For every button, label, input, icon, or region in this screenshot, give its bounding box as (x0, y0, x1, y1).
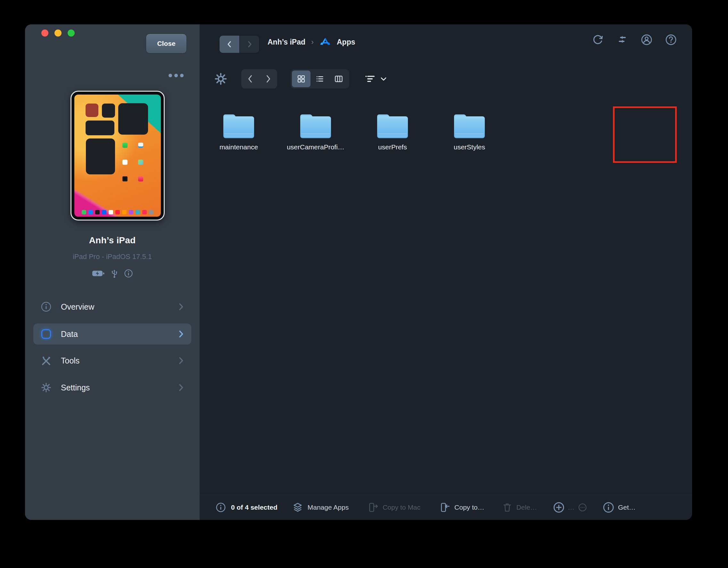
copy-to-device-button[interactable]: Copy to… (454, 504, 484, 511)
get-info-button[interactable]: Get… (618, 504, 636, 511)
folder-userprefs[interactable]: userPrefs (360, 111, 425, 151)
folder-label: userStyles (454, 143, 485, 151)
folder-grid: maintenance userCameraProfi… (207, 111, 514, 151)
widget (118, 103, 148, 135)
app-store-icon (319, 36, 331, 48)
grid-view-button[interactable] (292, 70, 310, 87)
music-app-icon (138, 176, 143, 181)
breadcrumb-separator: › (311, 37, 314, 46)
sidebar-item-label: Overview (61, 302, 94, 312)
browser-toolbar (200, 60, 692, 98)
minimize-window-button[interactable] (54, 29, 62, 37)
facetime-app-icon (122, 143, 128, 148)
copy-to-mac-icon (368, 502, 379, 513)
breadcrumb-section[interactable]: Apps (337, 38, 355, 46)
folder-icon (374, 111, 411, 140)
info-circle-icon (40, 301, 52, 313)
imazing-window: Close (25, 24, 692, 520)
folder-icon (451, 111, 488, 140)
sidebar-item-settings[interactable]: Settings (33, 377, 191, 398)
sidebar-item-label: Settings (61, 383, 90, 392)
selection-info-icon[interactable] (216, 502, 226, 513)
dock (77, 210, 158, 214)
chevron-right-icon (178, 357, 184, 365)
device-status-row (25, 268, 200, 278)
account-icon[interactable] (640, 33, 653, 46)
help-icon[interactable] (665, 33, 677, 46)
folder-label: maintenance (219, 143, 258, 151)
device-name: Anh’s iPad (25, 235, 200, 245)
chevron-right-icon (178, 303, 184, 311)
battery-charging-icon (92, 270, 105, 277)
add-icon[interactable] (553, 502, 565, 513)
sidebar-item-label: Tools (61, 356, 79, 366)
refresh-icon[interactable] (591, 33, 604, 46)
folder-icon (220, 111, 257, 140)
folder-maintenance[interactable]: maintenance (207, 111, 271, 151)
chevron-right-icon (178, 330, 184, 338)
usb-icon (111, 268, 118, 278)
zoom-window-button[interactable] (68, 29, 75, 37)
history-forward-button[interactable] (239, 36, 259, 53)
maps-app-icon (138, 160, 143, 165)
column-view-button[interactable] (329, 70, 348, 87)
ellipsis-circle-icon[interactable] (578, 503, 587, 512)
folder-label: userCameraProfi… (287, 143, 344, 151)
device-thumbnail (70, 91, 165, 220)
history-nav (219, 35, 260, 53)
main-panel: Anh’s iPad › Apps (200, 24, 692, 520)
breadcrumb: Anh’s iPad › Apps (268, 24, 355, 60)
get-info-icon (603, 502, 614, 513)
data-icon (40, 328, 52, 340)
transfer-icon[interactable] (616, 33, 629, 46)
chevron-right-icon (178, 383, 184, 392)
tools-icon (40, 355, 52, 366)
tv-app-icon (122, 176, 128, 181)
folder-icon (297, 111, 334, 140)
layers-icon (292, 502, 303, 513)
sidebar-item-data[interactable]: Data (33, 324, 191, 345)
view-settings-gear-icon[interactable] (214, 72, 228, 86)
action-bar: 0 of 4 selected Manage Apps Copy to M (200, 495, 692, 520)
folder-label: userPrefs (378, 143, 407, 151)
more-options-icon[interactable] (169, 74, 184, 77)
close-device-button[interactable]: Close (146, 34, 187, 53)
traffic-lights (41, 29, 75, 37)
widget (86, 138, 115, 174)
folder-back-button[interactable] (241, 69, 259, 88)
copy-to-mac-button[interactable]: Copy to Mac (383, 504, 420, 511)
device-wallpaper (74, 95, 161, 217)
sort-filter-control[interactable] (365, 74, 387, 84)
widget (86, 103, 98, 117)
widget (86, 120, 114, 135)
files-app-icon (138, 143, 143, 148)
folder-forward-button[interactable] (259, 69, 277, 88)
device-model-os: iPad Pro - iPadOS 17.5.1 (25, 252, 200, 261)
device-sidebar: Close (25, 24, 200, 520)
chevron-down-icon (380, 76, 387, 81)
history-back-button[interactable] (219, 36, 239, 53)
copy-to-device-icon (440, 502, 451, 513)
view-mode-switcher (291, 69, 349, 88)
breadcrumb-device[interactable]: Anh’s iPad (268, 38, 305, 46)
widget (102, 103, 115, 118)
sort-list-icon (365, 74, 376, 84)
sidebar-item-label: Data (61, 330, 78, 339)
highlight-annotation-box (613, 106, 677, 163)
gear-icon (40, 382, 52, 393)
list-view-button[interactable] (310, 70, 329, 87)
delete-button[interactable]: Dele… (516, 504, 537, 511)
folder-userstyles[interactable]: userStyles (437, 111, 501, 151)
trash-icon (502, 502, 512, 513)
close-window-button[interactable] (41, 29, 48, 37)
device-info-icon[interactable] (124, 269, 133, 278)
sidebar-item-tools[interactable]: Tools (33, 350, 191, 371)
sidebar-item-overview[interactable]: Overview (33, 296, 191, 317)
manage-apps-button[interactable]: Manage Apps (308, 504, 349, 511)
reminders-app-icon (122, 160, 128, 165)
header-row: Anh’s iPad › Apps (200, 24, 692, 60)
window-actions (591, 33, 677, 46)
folder-usercameraprofiles[interactable]: userCameraProfi… (284, 111, 348, 151)
desktop-background: Close (0, 0, 728, 568)
add-button-label: … (568, 504, 575, 511)
